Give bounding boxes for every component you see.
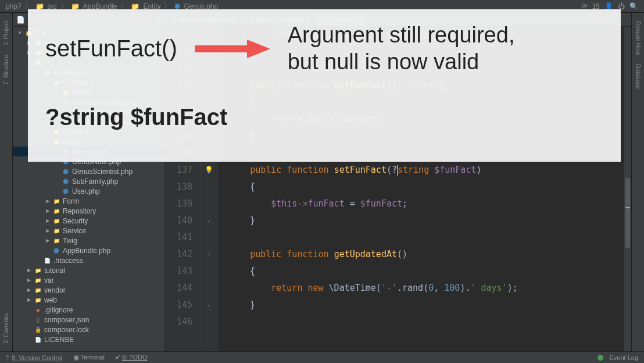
folder-icon: 📁 (34, 266, 42, 275)
chevron-icon[interactable]: ▶ (27, 297, 31, 302)
tree-label: GenusScientist.php (72, 168, 133, 176)
scrollbar-thumb[interactable] (625, 178, 630, 248)
tree-folder[interactable]: ▶📁Form (13, 196, 164, 206)
tree-folder[interactable]: ▶📁Security (13, 216, 164, 226)
code-line[interactable]: } (229, 297, 631, 314)
folder-icon: 📁 (34, 276, 42, 284)
tree-folder[interactable]: ▶📁Service (13, 226, 164, 236)
file-icon: 📄 (34, 336, 42, 344)
bottom-vcs[interactable]: ᛘ 9: Version Control (6, 354, 63, 361)
tree-file[interactable]: ◆.gitignore (13, 305, 164, 315)
tree-file[interactable]: User.php (13, 186, 164, 196)
slide-explanation: Argument still required, but null is now… (288, 22, 515, 75)
line-number[interactable]: 138 (165, 179, 192, 195)
code-line[interactable]: { (229, 179, 631, 195)
tree-label: User.php (72, 187, 100, 195)
status-bar: ᛘ 9: Version Control ▣ Terminal ✔ 6: TOD… (0, 351, 644, 363)
slide-title: setFunFact() (45, 35, 177, 62)
folder-icon: 📁 (52, 227, 60, 235)
chevron-icon[interactable]: ▼ (17, 30, 22, 35)
php-file-icon (52, 247, 60, 255)
code-line[interactable]: { (229, 263, 631, 280)
folder-icon: 📁 (52, 237, 60, 245)
tree-folder[interactable]: ▶📁Twig (13, 236, 164, 245)
line-number[interactable]: 141 (165, 229, 192, 246)
tree-label: Service (63, 227, 86, 235)
chevron-icon[interactable]: ▶ (45, 198, 50, 204)
tool-remote-host[interactable]: Remote Host (635, 16, 641, 59)
php-file-icon (62, 187, 70, 195)
chevron-icon[interactable]: ▶ (45, 218, 50, 223)
line-number[interactable]: 142 (165, 246, 192, 263)
tree-folder[interactable]: ▶📁Repository (13, 206, 164, 216)
tree-folder[interactable]: ▶📁var (13, 275, 164, 285)
folder-icon: 📁 (34, 286, 42, 294)
search-icon[interactable]: 🔍 (629, 2, 638, 10)
tree-file[interactable]: {}composer.json (13, 315, 164, 325)
tree-label: web (44, 296, 57, 304)
project-view-icon[interactable]: 📄 (16, 16, 25, 24)
tree-label: composer.lock (44, 326, 89, 334)
code-line[interactable] (229, 229, 631, 246)
bottom-todo[interactable]: ✔ 6: TODO (115, 354, 148, 361)
fold-icon[interactable]: ▴ (207, 212, 210, 229)
tool-favorites[interactable]: 2: Favorites (3, 308, 9, 348)
folder-icon: 📁 (52, 197, 60, 205)
tool-database[interactable]: Database (635, 59, 641, 94)
line-number[interactable]: 145 (165, 297, 192, 314)
line-number[interactable]: 137 (165, 162, 192, 179)
code-line[interactable]: $this->funFact = $funFact; (229, 195, 631, 212)
tree-file[interactable]: AppBundle.php (13, 245, 164, 255)
chevron-icon[interactable]: ▶ (27, 277, 31, 283)
breadcrumb-root[interactable]: php7 (6, 2, 22, 10)
tree-label: Form (63, 197, 79, 205)
tool-project[interactable]: 1: Project (3, 16, 9, 50)
line-number[interactable]: 144 (165, 280, 192, 297)
code-line[interactable]: } (229, 212, 631, 229)
slide-code: ?string $funFact (45, 104, 603, 130)
svg-marker-0 (195, 40, 270, 58)
tree-file[interactable]: SubFamily.php (13, 176, 164, 186)
line-number[interactable]: 143 (165, 263, 192, 280)
chevron-icon[interactable]: ▶ (45, 228, 50, 233)
tree-label: tutorial (44, 266, 65, 275)
tree-label: var (44, 276, 54, 284)
tree-label: SubFamily.php (72, 177, 118, 186)
line-number[interactable]: 146 (165, 314, 192, 330)
lightbulb-icon[interactable]: 💡 (205, 162, 213, 179)
tool-structure[interactable]: 7: Structure (3, 50, 9, 90)
fold-icon[interactable]: ▾ (207, 246, 210, 263)
code-line[interactable]: return new \DateTime('-'.rand(0, 100).' … (229, 280, 631, 297)
chevron-icon[interactable]: ▶ (27, 287, 31, 293)
chevron-icon[interactable]: ▶ (45, 238, 50, 243)
tree-label: Repository (63, 207, 96, 215)
tree-folder[interactable]: ▶📁web (13, 295, 164, 305)
chevron-icon[interactable]: ▶ (45, 208, 50, 213)
line-number[interactable]: 140 (165, 212, 192, 229)
code-line[interactable] (229, 314, 631, 330)
arrow-icon (195, 38, 270, 59)
fold-icon[interactable]: ▴ (207, 297, 210, 314)
folder-icon: 📁 (34, 296, 42, 304)
slide-overlay: setFunFact() Argument still required, bu… (28, 9, 621, 162)
bottom-terminal[interactable]: ▣ Terminal (73, 354, 105, 361)
tree-file[interactable]: 📄LICENSE (13, 334, 164, 344)
code-line[interactable]: public function setFunFact(?string $funF… (229, 162, 631, 179)
tree-file[interactable]: 🔒composer.lock (13, 325, 164, 334)
chevron-icon[interactable]: ▶ (27, 268, 31, 273)
warning-marker[interactable] (625, 207, 630, 208)
tree-file[interactable]: 📄.htaccess (13, 255, 164, 265)
tree-label: .gitignore (44, 306, 73, 314)
code-line[interactable]: public function getUpdatedAt() (229, 246, 631, 263)
php-file-icon (62, 177, 70, 186)
bottom-event-log[interactable]: Event Log (609, 354, 638, 361)
tree-folder[interactable]: ▶📁vendor (13, 285, 164, 295)
tree-label: Twig (63, 237, 77, 245)
line-number[interactable]: 139 (165, 195, 192, 212)
tree-file[interactable]: GenusScientist.php (13, 166, 164, 176)
scrollbar-vertical[interactable] (624, 27, 631, 351)
folder-icon: 📁 (52, 207, 60, 215)
file-icon: 📄 (43, 257, 51, 265)
php-file-icon (174, 3, 180, 9)
tree-folder[interactable]: ▶📁tutorial (13, 265, 164, 275)
